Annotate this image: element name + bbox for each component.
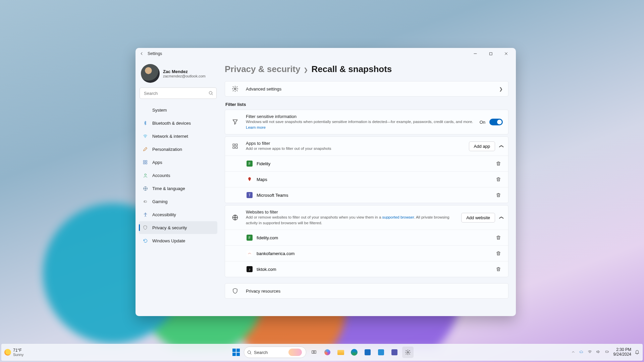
chevron-right-icon: ❯	[499, 86, 503, 92]
svg-point-1	[209, 92, 212, 95]
sidebar-item-network[interactable]: Network & internet	[139, 130, 217, 142]
list-item: F fidelity.com	[225, 230, 508, 245]
chevron-up-icon[interactable]: ❯	[498, 144, 503, 148]
delete-button[interactable]	[494, 233, 503, 242]
minimize-button[interactable]	[468, 49, 483, 59]
bluetooth-icon	[142, 120, 148, 126]
svg-rect-4	[146, 161, 147, 162]
advanced-settings-card[interactable]: Advanced settings ❯	[225, 81, 508, 97]
svg-point-20	[407, 352, 409, 353]
profile-email: zacmendez@outlook.com	[163, 74, 206, 78]
sidebar-item-personalization[interactable]: Personalization	[139, 143, 217, 156]
copilot-icon	[324, 349, 330, 355]
privacy-resources-title: Privacy resources	[246, 289, 503, 294]
sidebar-item-accessibility[interactable]: Accessibility	[139, 208, 217, 221]
start-button[interactable]	[230, 347, 242, 358]
apps-list: F Fidelity Maps T Microsoft Teams	[225, 156, 508, 203]
sidebar-item-windows-update[interactable]: Windows Update	[139, 234, 217, 247]
sidebar-item-label: Accessibility	[152, 212, 176, 217]
window-title: Settings	[148, 51, 162, 56]
gamepad-icon	[142, 198, 148, 204]
sidebar-item-time-language[interactable]: Time & language	[139, 182, 217, 195]
profile-section[interactable]: Zac Mendez zacmendez@outlook.com	[139, 61, 217, 87]
volume-tray-icon[interactable]	[596, 350, 601, 355]
svg-rect-13	[236, 144, 237, 145]
websites-list: F fidelity.com bankofamerica.com ♪ tikto…	[225, 230, 508, 277]
apps-icon	[142, 159, 148, 165]
file-explorer-button[interactable]	[335, 347, 346, 358]
delete-button[interactable]	[494, 191, 503, 199]
sidebar-item-apps[interactable]: Apps	[139, 156, 217, 169]
website-name: tiktok.com	[257, 267, 490, 272]
search-input[interactable]	[140, 87, 217, 99]
svg-rect-5	[144, 163, 145, 164]
store-button[interactable]	[362, 347, 373, 358]
filter-sensitive-desc: Windows will not save snapshots when pot…	[246, 119, 474, 130]
taskbar-search[interactable]: Search	[244, 347, 306, 358]
taskbar-search-label: Search	[254, 350, 268, 355]
notifications-button[interactable]	[635, 349, 640, 356]
delete-button[interactable]	[494, 175, 503, 184]
battery-tray-icon[interactable]	[604, 350, 610, 355]
sidebar-item-accounts[interactable]: Accounts	[139, 169, 217, 182]
delete-button[interactable]	[494, 159, 503, 168]
add-website-button[interactable]: Add website	[461, 213, 495, 223]
teams-button[interactable]	[389, 347, 400, 358]
filter-sensitive-title: Filter sensitive information	[246, 114, 474, 119]
maximize-button[interactable]	[483, 49, 498, 59]
weather-temp: 71°F	[13, 348, 23, 353]
svg-rect-21	[605, 351, 608, 353]
page-title: Recall & snapshots	[311, 64, 392, 74]
filter-sensitive-toggle[interactable]	[489, 119, 503, 125]
delete-button[interactable]	[494, 265, 503, 274]
close-button[interactable]	[498, 49, 514, 59]
sidebar-item-label: System	[152, 108, 167, 113]
sidebar-item-gaming[interactable]: Gaming	[139, 195, 217, 208]
edge-button[interactable]	[348, 347, 360, 358]
avatar	[141, 64, 160, 83]
site-icon-bofa	[247, 250, 253, 256]
add-app-button[interactable]: Add app	[469, 141, 495, 151]
content-area[interactable]: Privacy & security ❯ Recall & snapshots …	[221, 59, 516, 316]
onedrive-tray-icon[interactable]	[579, 350, 584, 355]
outlook-icon	[378, 349, 384, 355]
sidebar-item-bluetooth[interactable]: Bluetooth & devices	[139, 117, 217, 129]
delete-button[interactable]	[494, 249, 503, 258]
learn-more-link[interactable]: Learn more	[246, 125, 266, 129]
sidebar-item-system[interactable]: System	[139, 104, 217, 116]
supported-browser-link[interactable]: supported browser	[382, 215, 414, 219]
filter-sensitive-group: Filter sensitive information Windows wil…	[225, 110, 508, 134]
sidebar-item-privacy-security[interactable]: Privacy & security	[139, 221, 217, 234]
wifi-tray-icon[interactable]	[587, 350, 592, 355]
tray-chevron-button[interactable]	[571, 350, 575, 355]
settings-taskbar-button[interactable]	[402, 347, 414, 358]
list-item: F Fidelity	[225, 156, 508, 171]
globe-icon	[230, 214, 240, 221]
copilot-button[interactable]	[322, 347, 333, 358]
svg-rect-19	[314, 351, 316, 353]
monitor-icon	[142, 107, 148, 113]
toggle-state-label: On	[480, 120, 485, 125]
svg-rect-18	[312, 351, 314, 353]
app-icon-maps	[247, 176, 253, 182]
chevron-up-icon[interactable]: ❯	[498, 216, 503, 220]
app-name: Fidelity	[257, 161, 490, 166]
svg-point-11	[234, 88, 236, 90]
breadcrumb-parent[interactable]: Privacy & security	[225, 64, 300, 74]
clock-time: 2:30 PM	[613, 348, 631, 352]
outlook-button[interactable]	[375, 347, 387, 358]
clock-button[interactable]: 2:30 PM 9/24/2024	[613, 348, 631, 357]
sidebar-item-label: Time & language	[152, 186, 185, 191]
sidebar-item-label: Bluetooth & devices	[152, 121, 191, 126]
task-view-button[interactable]	[308, 347, 320, 358]
site-icon-fidelity: F	[247, 235, 253, 241]
nav-list: System Bluetooth & devices Network & int…	[139, 104, 217, 247]
taskbar: 71°F Sunny Search 2:30 PM 9/24/2024	[1, 344, 643, 361]
websites-to-filter-desc: Add or remove websites to filter out of …	[246, 215, 455, 226]
weather-widget[interactable]: 71°F Sunny	[4, 348, 23, 357]
back-button[interactable]	[138, 50, 146, 58]
person-icon	[142, 172, 148, 178]
update-icon	[142, 238, 148, 244]
sidebar: Zac Mendez zacmendez@outlook.com System …	[136, 59, 221, 316]
privacy-resources-card[interactable]: Privacy resources	[225, 283, 508, 299]
